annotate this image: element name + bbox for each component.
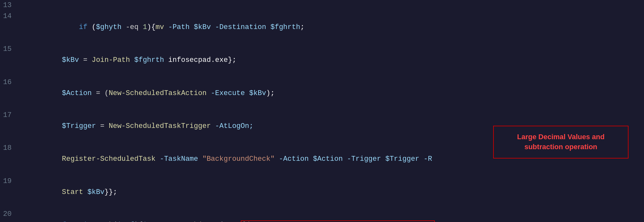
line-number: 15 (0, 44, 19, 55)
code-line-13: 13 (0, 0, 644, 11)
code-line-20: 20 function WTk($Wxf){$PSt = New-Object … (0, 209, 644, 222)
code-line-14: 14 if ($ghyth -eq 1){mv -Path $kBv -Dest… (0, 11, 644, 44)
highlight-decimal-array: @(4352,4375,4390,4320,4361,4375,4372,434… (241, 220, 435, 222)
line-number: 13 (0, 0, 19, 11)
code-editor: 13 14 if ($ghyth -eq 1){mv -Path $kBv -D… (0, 0, 644, 222)
code-line-15: 15 $kBv = Join-Path $fghrth infosecpad.e… (0, 44, 644, 77)
annotation-box: Large Decimal Values and subtraction ope… (493, 126, 629, 159)
line-number: 18 (0, 143, 19, 154)
code-line-16: 16 $Action = (New-ScheduledTaskAction -E… (0, 77, 644, 110)
line-number: 19 (0, 176, 19, 187)
line-number: 14 (0, 11, 19, 22)
line-number: 16 (0, 77, 19, 88)
line-number: 17 (0, 110, 19, 121)
annotation-text: Large Decimal Values and subtraction ope… (517, 133, 604, 151)
code-line-19: 19 Start $kBv}}; (0, 176, 644, 209)
line-number: 20 (0, 209, 19, 220)
